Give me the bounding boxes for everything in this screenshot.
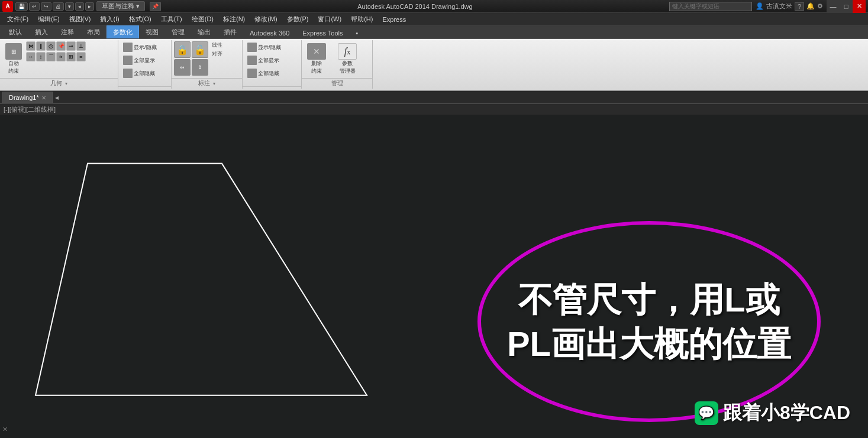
show-hide-icon-1 <box>123 43 133 52</box>
showhide2-content: 显示/隐藏 全部显示 全部隐藏 <box>245 41 299 87</box>
doc-nav-icon[interactable]: ◂ <box>55 93 59 102</box>
tab-layout[interactable]: 布局 <box>80 25 107 38</box>
doc-tabs: Drawing1* ✕ ◂ <box>0 91 868 104</box>
linetype-label: 线性 <box>212 41 222 49</box>
search-input[interactable] <box>669 2 752 11</box>
print-button[interactable]: 🖨 <box>53 2 64 11</box>
tab-default[interactable]: 默认 <box>2 25 28 38</box>
hide-all-button-2[interactable]: 全部隐藏 <box>245 67 283 79</box>
annotation-line1: 不管尺寸，用L或 <box>518 280 779 319</box>
show-hide-button-1[interactable]: 显示/隐藏 <box>121 41 159 53</box>
tab-autodesk360[interactable]: Autodesk 360 <box>243 27 296 38</box>
showhide2-section-label <box>243 86 301 87</box>
menu-format[interactable]: 格式(O) <box>124 14 156 25</box>
dimension-expand-icon[interactable]: ▾ <box>213 81 215 86</box>
menu-help[interactable]: 帮助(H) <box>346 14 377 25</box>
tab-view[interactable]: 视图 <box>139 25 165 38</box>
hide-all-icon-1 <box>123 69 133 78</box>
annotation-text: 不管尺寸，用L或 PL画出大概的位置 <box>507 277 791 366</box>
constraint-concentric[interactable]: ◎ <box>46 41 56 51</box>
constraint-symmetric[interactable]: ⊞ <box>66 52 76 61</box>
app-logo: A <box>2 1 13 12</box>
ribbon-section-showhide2: 显示/隐藏 全部显示 全部隐藏 <box>243 40 302 89</box>
workspace-label: 草图与注释 <box>102 2 134 11</box>
minimize-button[interactable]: — <box>827 0 840 13</box>
menu-annotation[interactable]: 标注(N) <box>218 14 250 25</box>
window-title: Autodesk AutoCAD 2014 Drawing1.dwg <box>161 3 669 10</box>
constraint-smooth[interactable]: ≈ <box>56 52 66 61</box>
constraint-horizontal[interactable]: ↔ <box>26 52 36 61</box>
tab-express-tools[interactable]: Express Tools <box>296 27 349 38</box>
workspace-dropdown-icon[interactable]: ▾ <box>136 2 140 10</box>
params-manager-button[interactable]: fx 参数管理器 <box>335 41 360 77</box>
annotation-ellipse: 不管尺寸，用L或 PL画出大概的位置 <box>477 221 821 422</box>
notification-icon[interactable]: 🔔 <box>806 2 815 10</box>
constraint-fixed[interactable]: 📌 <box>56 41 66 51</box>
constraint-collinear[interactable]: ∥ <box>36 41 46 51</box>
constraint-parallel[interactable]: ⊸ <box>66 41 76 51</box>
delete-constraint-button[interactable]: ✕ 删除约束 <box>304 41 329 77</box>
tab-manage[interactable]: 管理 <box>165 25 191 38</box>
hide-all-button-1[interactable]: 全部隐藏 <box>121 67 159 79</box>
geometry-expand-icon[interactable]: ▾ <box>65 81 67 86</box>
fx-icon: fx <box>344 46 350 57</box>
icons-bar: 👤 古滇文米 ? 🔔 ⚙ <box>756 2 823 11</box>
viewport-bar: [-][俯视][二维线框] <box>0 104 868 115</box>
dropdown-button[interactable]: ▾ <box>65 2 74 11</box>
tab-params[interactable]: 参数化 <box>107 25 139 38</box>
menu-draw[interactable]: 绘图(D) <box>187 14 218 25</box>
constraint-equal[interactable]: = <box>76 52 86 61</box>
delete-section-label: 管理 <box>302 78 372 87</box>
trapezoid-shape <box>36 164 367 395</box>
doc-tab-drawing1[interactable]: Drawing1* ✕ <box>2 92 53 103</box>
question-icon[interactable]: ? <box>795 2 804 11</box>
wechat-icon: 💬 <box>695 401 718 425</box>
lock-icon: 🔒 <box>176 44 188 56</box>
show-hide-button-2[interactable]: 显示/隐藏 <box>245 41 283 53</box>
menu-express[interactable]: Express <box>377 15 411 24</box>
geometry-section-label: 几何 <box>50 80 62 86</box>
menu-file[interactable]: 文件(F) <box>2 14 33 25</box>
close-button[interactable]: ✕ <box>853 0 866 13</box>
maximize-button[interactable]: □ <box>840 0 853 13</box>
menu-view[interactable]: 视图(V) <box>64 14 96 25</box>
save-button[interactable]: 💾 <box>15 2 28 11</box>
menu-window[interactable]: 窗口(W) <box>313 14 346 25</box>
undo-button[interactable]: ↩ <box>29 2 40 11</box>
menu-modify[interactable]: 修改(M) <box>250 14 282 25</box>
tab-annotation[interactable]: 注释 <box>54 25 80 38</box>
title-bar-right: 👤 古滇文米 ? 🔔 ⚙ — □ ✕ <box>669 0 866 13</box>
ribbon-section-delete: ✕ 删除约束 fx 参数管理器 管理 <box>302 40 373 89</box>
watermark: 💬 跟着小8学CAD <box>695 400 850 426</box>
tab-output[interactable]: 输出 <box>191 25 217 38</box>
menu-edit[interactable]: 编辑(E) <box>33 14 64 25</box>
constraint-coincident[interactable]: ⋈ <box>26 41 36 51</box>
settings-icon[interactable]: ⚙ <box>817 2 823 10</box>
ribbon: ⊞ 自动约束 ⋈ ∥ ◎ 📌 ⊸ ⊥ <box>0 39 868 91</box>
x-axis-indicator: ✕ <box>2 426 8 433</box>
menu-insert[interactable]: 插入(I) <box>95 14 124 25</box>
nav-fwd-button[interactable]: ▸ <box>85 2 94 11</box>
constraint-tangent[interactable]: ⌒ <box>46 52 56 61</box>
app-window: A 💾 ↩ ↪ 🖨 ▾ ◂ ▸ 草图与注释 ▾ 📌 Autodesk AutoC… <box>0 0 868 438</box>
constraint-vertical[interactable]: ↕ <box>36 52 46 61</box>
show-all-button-2[interactable]: 全部显示 <box>245 54 283 66</box>
menu-tools[interactable]: 工具(T) <box>156 14 187 25</box>
redo-button[interactable]: ↪ <box>41 2 51 11</box>
annotation-line2: PL画出大概的位置 <box>507 325 791 363</box>
tab-insert[interactable]: 插入 <box>28 25 54 38</box>
menu-params[interactable]: 参数(P) <box>282 14 314 25</box>
user-icon: 👤 <box>756 2 764 10</box>
show-all-button-1[interactable]: 全部显示 <box>121 54 159 66</box>
tab-plugin[interactable]: 插件 <box>217 25 243 38</box>
hide-all-label-1: 全部隐藏 <box>134 70 155 77</box>
ribbon-section-geometry: ⊞ 自动约束 ⋈ ∥ ◎ 📌 ⊸ ⊥ <box>0 40 118 89</box>
tab-more[interactable]: ▪ <box>350 27 365 38</box>
ribbon-spacer <box>373 40 868 89</box>
title-bar-left: A 💾 ↩ ↪ 🖨 ▾ ◂ ▸ 草图与注释 ▾ 📌 <box>2 1 161 12</box>
pin-button[interactable]: 📌 <box>150 2 161 11</box>
nav-back-button[interactable]: ◂ <box>75 2 84 11</box>
auto-constrain-button[interactable]: ⊞ 自动约束 <box>2 41 25 77</box>
doc-tab-close-button[interactable]: ✕ <box>41 95 46 101</box>
constraint-perpendicular[interactable]: ⊥ <box>76 41 86 51</box>
